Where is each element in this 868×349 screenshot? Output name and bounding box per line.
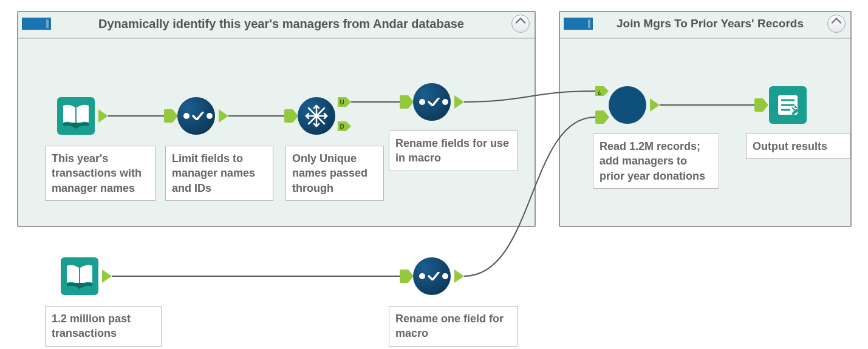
container-title: Dynamically identify this year's manager… bbox=[51, 17, 511, 31]
output-anchor[interactable] bbox=[454, 95, 464, 109]
collapse-button[interactable] bbox=[827, 15, 846, 33]
macro-input-anchor-top[interactable]: ¿ bbox=[595, 86, 604, 96]
tool-label: 1.2 million past transactions bbox=[45, 306, 162, 347]
output-anchor[interactable] bbox=[98, 109, 108, 123]
book-icon bbox=[61, 102, 91, 130]
tool-label: Rename fields for use in macro bbox=[389, 130, 518, 171]
select-icon bbox=[419, 272, 448, 280]
input-anchor[interactable] bbox=[754, 98, 763, 112]
tool-output[interactable] bbox=[769, 86, 807, 124]
snowflake-icon bbox=[305, 104, 328, 127]
tool-unique[interactable] bbox=[298, 97, 335, 135]
container-title: Join Mgrs To Prior Years' Records bbox=[593, 17, 827, 30]
tool-select-limit[interactable] bbox=[177, 97, 215, 135]
tool-input-past[interactable] bbox=[61, 257, 98, 295]
output-anchor[interactable] bbox=[650, 98, 660, 112]
select-icon bbox=[419, 98, 448, 106]
container-header: Join Mgrs To Prior Years' Records bbox=[559, 11, 852, 36]
tool-label: Output results bbox=[746, 134, 850, 159]
container-header: Dynamically identify this year's manager… bbox=[17, 11, 536, 36]
output-anchor[interactable] bbox=[102, 269, 112, 283]
output-anchor-u[interactable]: U bbox=[338, 97, 346, 107]
input-anchor[interactable] bbox=[400, 269, 408, 283]
chevron-up-icon bbox=[832, 18, 842, 28]
chevron-up-icon bbox=[516, 18, 526, 28]
macro-input-anchor-bottom[interactable] bbox=[595, 110, 604, 124]
output-icon bbox=[776, 93, 800, 117]
tool-label: Read 1.2M records; add managers to prior… bbox=[593, 134, 719, 189]
tool-label: Limit fields to manager names and IDs bbox=[165, 146, 273, 201]
container-body bbox=[560, 38, 850, 226]
tool-label: Only Unique names passed through bbox=[285, 146, 384, 201]
tool-label: Rename one field for macro bbox=[389, 306, 518, 347]
tool-label: This year's transactions with manager na… bbox=[45, 146, 155, 201]
tool-macro-join[interactable] bbox=[609, 86, 646, 124]
output-anchor-d[interactable]: D bbox=[338, 121, 346, 131]
output-anchor[interactable] bbox=[454, 269, 464, 283]
book-icon bbox=[64, 262, 95, 290]
input-anchor[interactable] bbox=[284, 109, 293, 123]
tool-select-rename-one[interactable] bbox=[413, 257, 451, 295]
output-anchor[interactable] bbox=[219, 109, 228, 123]
input-anchor[interactable] bbox=[400, 95, 408, 109]
select-icon bbox=[183, 112, 213, 120]
tool-select-rename[interactable] bbox=[413, 83, 451, 121]
tool-input-thisyear[interactable] bbox=[57, 97, 95, 135]
collapse-button[interactable] bbox=[511, 15, 530, 33]
container-tab-icon bbox=[22, 18, 51, 30]
input-anchor[interactable] bbox=[164, 109, 173, 123]
container-tab-icon bbox=[564, 18, 593, 30]
